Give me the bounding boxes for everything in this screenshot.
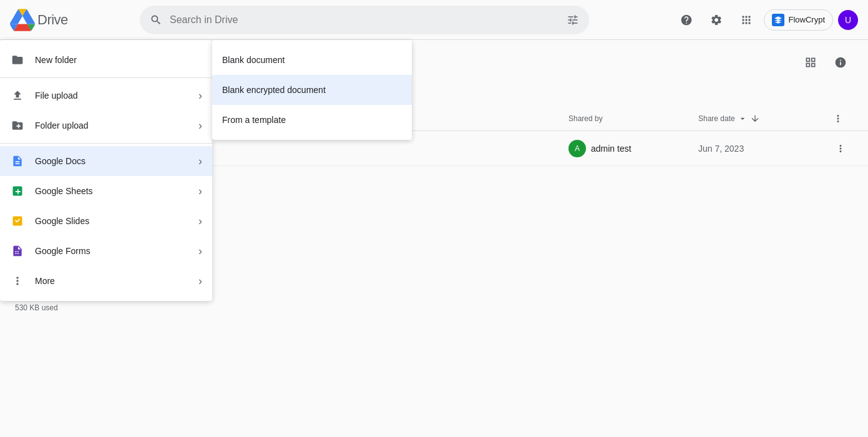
menu-item-new-folder-label: New folder — [35, 55, 77, 65]
google-slides-icon — [10, 214, 25, 228]
separator-1 — [0, 77, 212, 78]
chevron-right-icon-2: › — [198, 119, 202, 132]
menu-item-google-sheets[interactable]: Google Sheets › — [0, 176, 212, 206]
menu-item-file-upload-label: File upload — [35, 91, 78, 101]
menu-item-google-slides[interactable]: Google Slides › — [0, 206, 212, 236]
file-upload-icon — [10, 88, 25, 103]
menu-item-google-sheets-label: Google Sheets — [35, 186, 93, 196]
google-docs-submenu: Blank document Blank encrypted document … — [212, 40, 412, 140]
google-sheets-icon — [10, 184, 25, 199]
menu-item-file-upload[interactable]: File upload › — [0, 81, 212, 110]
chevron-right-icon-docs: › — [198, 155, 202, 168]
chevron-right-icon-forms: › — [198, 245, 202, 258]
google-forms-icon — [10, 243, 25, 258]
chevron-right-icon-sheets: › — [198, 185, 202, 198]
separator-2 — [0, 143, 212, 144]
submenu-blank-doc-label: Blank document — [222, 55, 285, 65]
more-icon — [10, 273, 25, 288]
menu-item-google-docs[interactable]: Google Docs › — [0, 146, 212, 176]
menu-item-google-docs-label: Google Docs — [35, 156, 85, 166]
folder-upload-icon — [10, 118, 25, 133]
submenu-from-template[interactable]: From a template — [212, 105, 412, 135]
submenu-from-template-label: From a template — [222, 115, 286, 125]
chevron-right-icon-more: › — [198, 275, 202, 288]
folder-icon — [10, 52, 25, 67]
google-docs-icon — [10, 154, 25, 169]
menu-item-more-label: More — [35, 276, 55, 286]
submenu-blank-encrypted[interactable]: Blank encrypted document — [212, 75, 412, 105]
menu-item-more[interactable]: More › — [0, 266, 212, 296]
menu-item-new-folder[interactable]: New folder — [0, 45, 212, 75]
menu-item-google-forms-label: Google Forms — [35, 246, 90, 256]
context-menu: New folder File upload › Folder upload ›… — [0, 40, 212, 301]
menu-item-google-forms[interactable]: Google Forms › — [0, 236, 212, 266]
menu-item-folder-upload[interactable]: Folder upload › — [0, 110, 212, 140]
menu-item-google-slides-label: Google Slides — [35, 216, 89, 226]
submenu-blank-encrypted-label: Blank encrypted document — [222, 85, 326, 95]
chevron-right-icon: › — [198, 89, 202, 102]
menu-item-folder-upload-label: Folder upload — [35, 120, 89, 130]
chevron-right-icon-slides: › — [198, 215, 202, 228]
submenu-blank-doc[interactable]: Blank document — [212, 45, 412, 75]
